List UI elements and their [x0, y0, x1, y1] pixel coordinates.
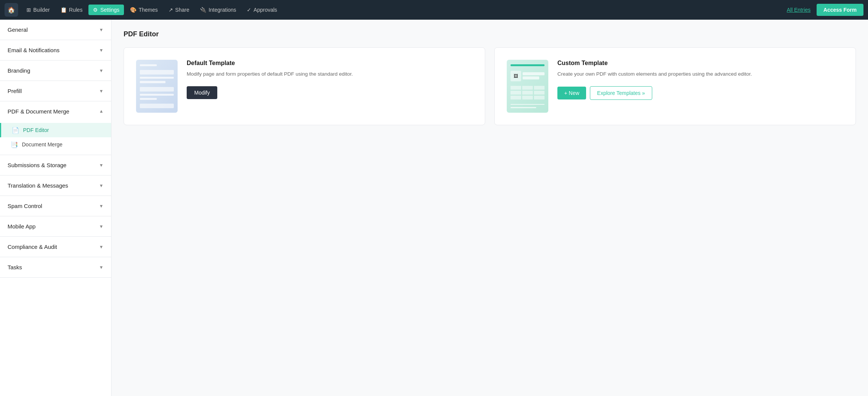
- thumb-line: [511, 107, 536, 108]
- thumb-line: [523, 76, 539, 79]
- nav-builder[interactable]: ⊞ Builder: [22, 5, 54, 15]
- page-title: PDF Editor: [124, 30, 856, 38]
- pdf-icon: 📄: [12, 126, 19, 134]
- nav-themes[interactable]: 🎨 Themes: [125, 5, 162, 15]
- thumb-block: [140, 70, 174, 75]
- sidebar-email-label: Email & Notifications: [8, 47, 60, 53]
- thumb-cell: [522, 86, 533, 90]
- sidebar-submissions-label: Submissions & Storage: [8, 162, 67, 168]
- template-cards-row: Default Template Modify page and form pr…: [124, 47, 856, 125]
- chevron-up-icon: ▼: [99, 109, 104, 114]
- thumb-cell: [511, 91, 521, 95]
- thumb-img: 🖼: [511, 71, 521, 81]
- nav-approvals-label: Approvals: [254, 7, 277, 13]
- sidebar-section-translation-header[interactable]: Translation & Messages ▼: [0, 175, 111, 196]
- sidebar-section-mobile: Mobile App ▼: [0, 216, 111, 237]
- custom-template-description: Create your own PDF with custom elements…: [557, 70, 843, 78]
- sidebar-section-pdf-header[interactable]: PDF & Document Merge ▼: [0, 101, 111, 121]
- thumb-line: [140, 64, 157, 66]
- default-template-content: Default Template Modify page and form pr…: [187, 60, 473, 99]
- thumb-table: [511, 86, 545, 99]
- thumb-block: [140, 104, 174, 108]
- access-form-button[interactable]: Access Form: [817, 4, 863, 16]
- chevron-down-icon: ▼: [99, 68, 104, 73]
- sidebar-section-tasks: Tasks ▼: [0, 257, 111, 278]
- sidebar-pdf-editor-label: PDF Editor: [23, 127, 49, 133]
- sidebar-spam-label: Spam Control: [8, 203, 42, 209]
- nav-integrations-label: Integrations: [209, 7, 236, 13]
- thumb-line: [523, 72, 545, 75]
- nav-approvals[interactable]: ✓ Approvals: [242, 5, 282, 15]
- default-template-thumbnail: [136, 60, 178, 113]
- sidebar-section-spam: Spam Control ▼: [0, 196, 111, 216]
- chevron-down-icon: ▼: [99, 48, 104, 53]
- modify-button[interactable]: Modify: [187, 86, 217, 99]
- chevron-down-icon: ▼: [99, 183, 104, 188]
- sidebar-section-general-header[interactable]: General ▼: [0, 20, 111, 40]
- rules-icon: 📋: [60, 7, 67, 13]
- thumb-table-row: [511, 91, 545, 95]
- approvals-icon: ✓: [247, 7, 251, 13]
- thumb-cell: [534, 86, 545, 90]
- custom-template-card: 🖼: [494, 47, 856, 125]
- sidebar-pdf-subitems: 📄 PDF Editor 📑 Document Merge: [0, 121, 111, 155]
- all-entries-link[interactable]: All Entries: [787, 7, 811, 13]
- nav-rules-label: Rules: [69, 7, 83, 13]
- sidebar-section-email: Email & Notifications ▼: [0, 40, 111, 61]
- nav-integrations[interactable]: 🔌 Integrations: [195, 5, 241, 15]
- top-navigation: 🏠 ⊞ Builder 📋 Rules ⚙ Settings 🎨 Themes …: [0, 0, 868, 20]
- chevron-down-icon: ▼: [99, 89, 104, 94]
- sidebar-prefill-label: Prefill: [8, 88, 22, 94]
- sidebar-item-document-merge[interactable]: 📑 Document Merge: [0, 137, 111, 152]
- settings-icon: ⚙: [93, 7, 98, 13]
- nav-share-label: Share: [175, 7, 189, 13]
- sidebar-translation-label: Translation & Messages: [8, 182, 68, 189]
- new-template-button[interactable]: + New: [557, 87, 586, 99]
- custom-template-title: Custom Template: [557, 60, 843, 67]
- sidebar-section-tasks-header[interactable]: Tasks ▼: [0, 257, 111, 277]
- default-template-description: Modify page and form properties of defau…: [187, 70, 473, 78]
- nav-share[interactable]: ↗ Share: [164, 5, 194, 15]
- sidebar-section-submissions-header[interactable]: Submissions & Storage ▼: [0, 155, 111, 175]
- sidebar-section-spam-header[interactable]: Spam Control ▼: [0, 196, 111, 216]
- custom-template-thumbnail: 🖼: [507, 60, 548, 113]
- document-merge-icon: 📑: [11, 141, 18, 148]
- thumb-cell: [522, 96, 533, 99]
- main-content: PDF Editor Defau: [111, 20, 868, 396]
- chevron-down-icon: ▼: [99, 163, 104, 168]
- nav-rules[interactable]: 📋 Rules: [56, 5, 87, 15]
- themes-icon: 🎨: [130, 7, 136, 13]
- sidebar-document-merge-label: Document Merge: [22, 141, 62, 148]
- sidebar-item-pdf-editor[interactable]: 📄 PDF Editor: [0, 123, 111, 137]
- nav-builder-label: Builder: [33, 7, 50, 13]
- thumb-header: [511, 64, 545, 66]
- sidebar: General ▼ Email & Notifications ▼ Brandi…: [0, 20, 111, 396]
- thumb-cell: [511, 96, 521, 99]
- sidebar-section-mobile-header[interactable]: Mobile App ▼: [0, 216, 111, 236]
- sidebar-section-compliance-header[interactable]: Compliance & Audit ▼: [0, 237, 111, 257]
- chevron-down-icon: ▼: [99, 203, 104, 209]
- chevron-down-icon: ▼: [99, 27, 104, 33]
- sidebar-section-general: General ▼: [0, 20, 111, 40]
- home-button[interactable]: 🏠: [5, 3, 18, 17]
- thumb-table-row: [511, 96, 545, 99]
- sidebar-section-email-header[interactable]: Email & Notifications ▼: [0, 40, 111, 60]
- sidebar-section-prefill: Prefill ▼: [0, 81, 111, 101]
- sidebar-tasks-label: Tasks: [8, 264, 22, 270]
- sidebar-compliance-label: Compliance & Audit: [8, 244, 57, 250]
- integrations-icon: 🔌: [200, 7, 206, 13]
- nav-settings-label: Settings: [100, 7, 119, 13]
- sidebar-section-branding-header[interactable]: Branding ▼: [0, 61, 111, 81]
- sidebar-section-translation: Translation & Messages ▼: [0, 175, 111, 196]
- thumb-row: 🖼: [511, 71, 545, 81]
- sidebar-general-label: General: [8, 26, 28, 33]
- sidebar-section-prefill-header[interactable]: Prefill ▼: [0, 81, 111, 101]
- thumb-line: [140, 98, 157, 100]
- app-layout: General ▼ Email & Notifications ▼ Brandi…: [0, 20, 868, 396]
- nav-settings[interactable]: ⚙ Settings: [88, 5, 124, 15]
- chevron-down-icon: ▼: [99, 224, 104, 229]
- sidebar-mobile-label: Mobile App: [8, 223, 36, 230]
- thumb-cell: [522, 91, 533, 95]
- explore-templates-button[interactable]: Explore Templates »: [590, 86, 652, 100]
- sidebar-branding-label: Branding: [8, 67, 30, 74]
